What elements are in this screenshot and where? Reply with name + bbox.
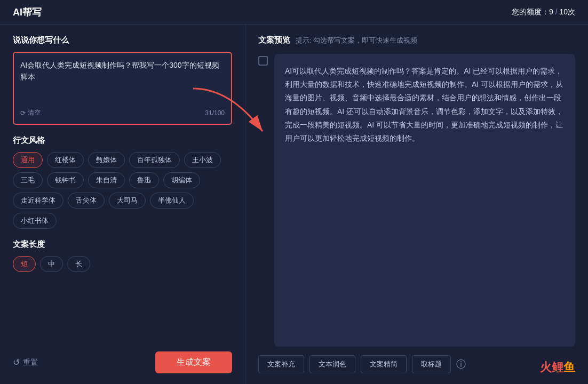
style-tag-12[interactable]: 大司马 (109, 193, 146, 209)
style-tag-13[interactable]: 半佛仙人 (150, 193, 194, 209)
quota-unit: 次 (568, 7, 575, 16)
style-tag-9[interactable]: 胡编体 (163, 172, 200, 188)
style-section: 行文风格 通用红楼体甄嬛体百年孤独体王小波三毛钱钟书朱自清鲁迅胡编体走近科学体舌… (13, 135, 232, 229)
checkbox-column (258, 54, 268, 347)
preview-hint: 提示: 勾选帮写文案，即可快速生成视频 (296, 36, 417, 45)
reset-label: 重置 (23, 358, 38, 367)
preview-title: 文案预览 (258, 35, 290, 45)
preview-content-area: AI可以取代人类完成短视频的制作吗？答案是肯定的。AI 已经可以根据用户的需求，… (258, 54, 575, 347)
reset-button[interactable]: ↺ 重置 (13, 357, 38, 367)
style-tag-5[interactable]: 三毛 (13, 172, 43, 188)
textarea-footer: ⟳ 清空 31/100 (20, 108, 225, 117)
clear-button[interactable]: ⟳ 清空 (20, 108, 41, 117)
left-panel: 说说你想写什么 AI会取代人类完成短视频制作吗？帮我写一个300字的短视频脚本 … (0, 25, 245, 384)
char-count: 31/100 (205, 109, 225, 117)
length-section-title: 文案长度 (13, 239, 232, 250)
style-tag-2[interactable]: 甄嬛体 (88, 152, 125, 168)
length-section: 文案长度 短中长 (13, 239, 232, 272)
quota-total: 10 (559, 7, 568, 16)
style-tag-10[interactable]: 走近科学体 (13, 193, 63, 209)
app-title: AI帮写 (13, 6, 42, 19)
quota-label: 您的额度： (512, 7, 549, 16)
style-tag-1[interactable]: 红楼体 (47, 152, 84, 168)
quota-display: 您的额度：9 / 10次 (512, 7, 575, 17)
reset-icon: ↺ (13, 357, 20, 367)
action-btn-3[interactable]: 取标题 (412, 355, 451, 373)
clear-label: 清空 (28, 108, 41, 117)
prompt-input[interactable]: AI会取代人类完成短视频制作吗？帮我写一个300字的短视频脚本 (20, 59, 225, 102)
brand-logo: 火鲤鱼 (540, 359, 575, 375)
right-panel: 文案预览 提示: 勾选帮写文案，即可快速生成视频 AI可以取代人类完成短视频的制… (245, 25, 588, 384)
generate-button[interactable]: 生成文案 (155, 351, 232, 373)
style-tag-4[interactable]: 王小波 (184, 152, 221, 168)
input-section-title: 说说你想写什么 (13, 35, 232, 45)
length-tag-0[interactable]: 短 (13, 256, 36, 272)
brand-fire: 火鲤 (540, 359, 563, 375)
style-tags-container: 通用红楼体甄嬛体百年孤独体王小波三毛钱钟书朱自清鲁迅胡编体走近科学体舌尖体大司马… (13, 152, 232, 229)
action-btn-2[interactable]: 文案精简 (361, 355, 407, 373)
preview-text-box: AI可以取代人类完成短视频的制作吗？答案是肯定的。AI 已经可以根据用户的需求，… (274, 54, 575, 347)
action-btn-1[interactable]: 文本润色 (309, 355, 355, 373)
style-tag-0[interactable]: 通用 (13, 152, 43, 168)
length-tags-container: 短中长 (13, 256, 232, 272)
clear-icon: ⟳ (20, 109, 26, 117)
quota-used: 9 (549, 7, 553, 16)
info-icon[interactable]: ⓘ (456, 358, 466, 371)
app-header: AI帮写 您的额度：9 / 10次 (0, 0, 588, 25)
length-tag-2[interactable]: 长 (67, 256, 90, 272)
style-section-title: 行文风格 (13, 135, 232, 146)
style-tag-8[interactable]: 鲁迅 (129, 172, 159, 188)
brand-fish: 鱼 (563, 359, 575, 375)
left-bottom-actions: ↺ 重置 生成文案 (13, 351, 232, 373)
main-container: 说说你想写什么 AI会取代人类完成短视频制作吗？帮我写一个300字的短视频脚本 … (0, 25, 588, 384)
style-tag-3[interactable]: 百年孤独体 (129, 152, 180, 168)
length-tag-1[interactable]: 中 (40, 256, 63, 272)
style-tag-11[interactable]: 舌尖体 (68, 193, 105, 209)
style-tag-6[interactable]: 钱钟书 (47, 172, 84, 188)
preview-header: 文案预览 提示: 勾选帮写文案，即可快速生成视频 (258, 35, 575, 45)
action-buttons: 文案补充文本润色文案精简取标题ⓘ (258, 355, 575, 373)
preview-checkbox[interactable] (258, 56, 268, 66)
action-btn-0[interactable]: 文案补充 (258, 355, 304, 373)
textarea-wrapper: AI会取代人类完成短视频制作吗？帮我写一个300字的短视频脚本 ⟳ 清空 31/… (13, 52, 232, 125)
style-tag-14[interactable]: 小红书体 (13, 213, 57, 229)
style-tag-7[interactable]: 朱自清 (88, 172, 125, 188)
